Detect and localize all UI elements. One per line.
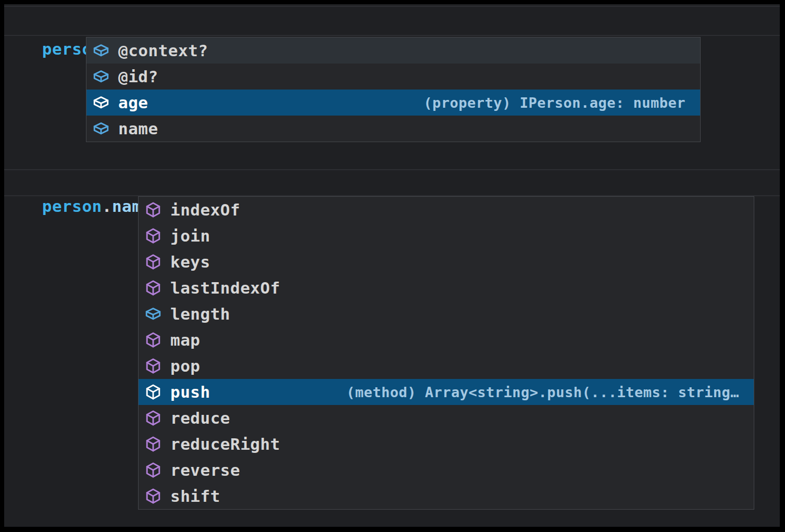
suggestion-label: indexOf: [170, 200, 240, 219]
symbol-method-icon: [145, 332, 161, 348]
symbol-field-icon: [93, 42, 109, 59]
suggestion-item-age[interactable]: age (property) IPerson.age: number: [86, 90, 700, 116]
suggestion-item-id[interactable]: @id?: [86, 64, 700, 90]
symbol-method-icon: [145, 201, 161, 218]
suggestion-detail: (method) Array<string>.push(...items: st…: [346, 384, 754, 400]
suggestion-detail: (property) IPerson.age: number: [423, 95, 700, 111]
symbol-method-icon: [145, 384, 161, 400]
screenshot-frame: person.; @context?: [0, 0, 785, 532]
symbol-method-icon: [145, 358, 161, 374]
code-line-person[interactable]: person.;: [4, 6, 780, 36]
suggestion-label: age: [118, 93, 148, 112]
symbol-method-icon: [145, 488, 161, 504]
symbol-method-icon: [145, 436, 161, 452]
symbol-method-icon: [145, 410, 161, 426]
symbol-field-icon: [93, 94, 109, 111]
suggestion-label: @context?: [118, 41, 208, 60]
suggestion-label: shift: [170, 487, 220, 505]
suggestion-label: pop: [170, 357, 201, 375]
suggestion-item-indexof[interactable]: indexOf: [139, 197, 754, 223]
suggestion-item-map[interactable]: map: [139, 327, 754, 353]
suggestion-label: push: [170, 383, 210, 401]
suggestion-item-context[interactable]: @context?: [86, 37, 700, 64]
suggestion-label: reduce: [170, 409, 230, 427]
suggestion-label: join: [170, 226, 210, 245]
suggestion-item-push[interactable]: push (method) Array<string>.push(...item…: [139, 379, 754, 405]
suggestion-label: @id?: [118, 67, 158, 86]
suggestion-item-keys[interactable]: keys: [139, 249, 754, 275]
suggestion-item-shift[interactable]: shift: [139, 483, 754, 509]
symbol-method-icon: [145, 280, 161, 296]
suggestion-item-reduce[interactable]: reduce: [139, 405, 754, 431]
suggest-widget-person: @context? @id?: [86, 37, 701, 142]
suggestion-item-length[interactable]: length: [139, 301, 754, 327]
symbol-field-icon: [93, 68, 109, 85]
suggestion-item-join[interactable]: join: [139, 223, 754, 249]
suggestion-label: reduceRight: [170, 435, 280, 453]
suggestion-item-reduceright[interactable]: reduceRight: [139, 431, 754, 457]
symbol-field-icon: [93, 120, 109, 137]
symbol-method-icon: [145, 227, 161, 244]
suggestion-label: lastIndexOf: [170, 278, 280, 297]
suggestion-item-reverse[interactable]: reverse: [139, 457, 754, 483]
code-line-person-name[interactable]: person.name.;: [4, 169, 780, 196]
symbol-field-icon: [145, 306, 161, 322]
suggestion-label: map: [170, 331, 201, 349]
symbol-method-icon: [145, 462, 161, 478]
suggestion-item-name[interactable]: name: [86, 116, 700, 142]
suggestion-label: keys: [170, 252, 210, 271]
suggestion-item-lastindexof[interactable]: lastIndexOf: [139, 275, 754, 301]
suggestion-label: length: [170, 305, 230, 323]
suggest-widget-name: indexOf join: [138, 196, 754, 510]
code-editor[interactable]: person.; @context?: [4, 4, 780, 527]
suggestion-label: name: [118, 119, 158, 138]
code-token: .: [102, 197, 112, 216]
suggestion-item-pop[interactable]: pop: [139, 353, 754, 379]
suggestion-label: reverse: [170, 461, 240, 479]
code-token: person: [42, 197, 102, 216]
symbol-method-icon: [145, 254, 161, 270]
